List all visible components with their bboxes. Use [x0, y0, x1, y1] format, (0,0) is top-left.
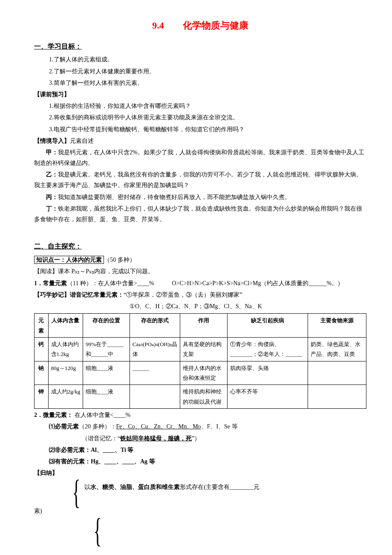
cell-def: ①青少年：佝偻病、________；②老年人：______: [227, 337, 308, 361]
jia-label: 甲：: [46, 149, 58, 156]
jia-text: 我是钙元素，在人体中只含2%。如果少了我，人就会得佝偻病和骨质疏松等病。我来源于…: [34, 149, 364, 166]
cell-def: 肌肉痉挛、头痛: [227, 361, 308, 385]
cell-role: 具有坚硬的结构支架: [180, 337, 228, 361]
intro-header-row: 【情境导入】元素自述: [34, 136, 366, 146]
cell-el: 钙: [35, 337, 49, 361]
cell-role: 维持人体内的水份和体液恒定: [180, 361, 228, 385]
yi-text: 我是碘元素。老钙兄，我虽然没有你的含量多，但我的功劳可不小。若少了我，人就会思维…: [34, 171, 362, 188]
mnemonic-row: 【巧学妙记】谐音记忆常量元素：“①羊探亲，②带蛋鱼，③（去）美丽刘娜家”: [34, 289, 366, 300]
cell-el: 钾: [35, 385, 49, 409]
preview-2: 2.将收集到的商标或说明书中人体所需元素主要功能及来源在全班交流。: [34, 112, 366, 123]
guina-row: 【归纳】: [34, 468, 366, 478]
ding-label: 丁：: [46, 205, 58, 212]
intro-yi: 乙：我是碘元素。老钙兄，我虽然没有你的含量多，但我的功劳可不小。若少了我，人就会…: [34, 169, 366, 191]
cell-amount: 80g～120g: [48, 361, 83, 385]
intro-ding: 丁：铁老弟我呢，虽然我比不上你们，但人体缺少了我，就会造成缺铁性贫血。你知道为什…: [34, 203, 366, 225]
bing-text: 我知道加碘盐要防潮、密封储存，待食物煮好后再放入，而不能把加碘盐放入锅中久煮。: [58, 194, 291, 200]
read-row: 【阅读】课本 P₉₂～P₉₃内容，完成以下问题。: [34, 266, 366, 277]
curly-brace-icon: {: [72, 479, 81, 505]
th-form: 存在的形式: [130, 314, 180, 338]
th-role: 作用: [180, 314, 228, 338]
cell-amount: 成人体内约含1.2kg: [48, 337, 83, 361]
weiliang-row: 2．微量元素： 在人体中含量<____%: [34, 410, 366, 420]
th-deficiency: 缺乏引起疾病: [227, 314, 308, 338]
table-row: 钾 成人约2g/kg 细胞____液 维持肌肉和神经的功能以及代谢 心率不齐等: [35, 385, 366, 409]
cell-src: 奶类、绿色蔬菜、水产品、肉类、豆类: [308, 337, 366, 361]
cell-role: 维持肌肉和神经的功能以及代谢: [180, 385, 228, 409]
item1-mn: （谐音记忆：“: [82, 435, 120, 442]
document-title: 9.4 化学物质与健康: [34, 17, 366, 34]
weiliang-text: 在人体中含量<____%: [73, 412, 130, 418]
preview-header: 【课前预习】: [34, 89, 366, 100]
table-header-row: 元素 人体内含量 存在的位置 存在的形式 作用 缺乏引起疾病 主要食物来源: [35, 314, 366, 338]
summary-line1-cont: 素): [34, 506, 366, 516]
mnemonic-head: 【巧学妙记】谐音记忆常量元素：: [34, 292, 124, 298]
summary-line1: 以水、糖类、油脂、蛋白质和维生素形式存在(主要含有________元: [84, 479, 366, 492]
table-row: 钙 成人体内约含1.2kg 99%在于______和______中 Ca₁₀(P…: [35, 337, 366, 361]
item2-text: ⑵非必需元素：Al、____、Ti 等: [49, 447, 133, 453]
s1a: 以: [84, 484, 90, 490]
elements-table: 元素 人体内含量 存在的位置 存在的形式 作用 缺乏引起疾病 主要食物来源 钙 …: [34, 313, 366, 409]
item1-list: Fe、Co、Cu、Zn、Cr、Mn、Mo: [116, 423, 201, 430]
preview-3: 3.电视广告中经常提到葡萄糖酸钙、葡萄糖酸锌等，你知道它们的作用吗？: [34, 124, 366, 135]
weiliang-item1-mnemonic: （谐音记忆：“铁姑同辛格猛母，服碘，死”）: [34, 433, 366, 444]
goal-2: 2.了解一些元素对人体健康的重要作用。: [34, 66, 366, 77]
cell-loc: 细胞____液: [83, 385, 130, 409]
item1-text: （20 多种）：: [79, 423, 116, 430]
cell-amount: 成人约2g/kg: [48, 385, 83, 409]
knowledge1-row: 知识点一：人体内的元素（50 多种）: [34, 254, 366, 265]
intro-bing: 丙：我知道加碘盐要防潮、密封储存，待食物煮好后再放入，而不能把加碘盐放入锅中久煮…: [34, 192, 366, 202]
mnemonic-line2: ①O、C、H；②Ca、N、P；③Mg、Cl、S、Na、K: [34, 301, 366, 312]
intro-header: 【情境导入】: [34, 138, 70, 144]
table-row: 钠 80g～120g 细胞____液 ______ 维持人体内的水份和体液恒定 …: [35, 361, 366, 385]
goal-3: 3.简单了解一些对人体有害的元素。: [34, 78, 366, 88]
cell-form: ______: [130, 361, 180, 385]
cell-src: [308, 385, 366, 409]
cell-form: [130, 385, 180, 409]
cell-src: [308, 361, 366, 385]
item3-text: ⑶有害的元素：Hg、____、____、Ag 等: [49, 458, 155, 465]
cell-form: Ca₁₀(PO₄)₆(OH)₂晶体: [130, 337, 180, 361]
cell-el: 钠: [35, 361, 49, 385]
mnemonic-quote: “①羊探亲，②带蛋鱼，③（去）美丽刘娜家”: [124, 292, 242, 298]
weiliang-label: 2．微量元素：: [34, 412, 73, 418]
item1-mn-end: ”）: [192, 435, 200, 442]
curly-brace-icon: {: [94, 517, 102, 543]
item1-mn-u: 铁姑同辛格猛母，服碘，死: [120, 435, 192, 442]
item1-rest: 、F、I、Se 等: [201, 423, 238, 430]
summary-row: { 以水、糖类、油脂、蛋白质和维生素形式存在(主要含有________元: [34, 479, 366, 505]
weiliang-item3: ⑶有害的元素：Hg、____、____、Ag 等: [34, 456, 366, 467]
weiliang-item1: ⑴必需元素（20 多种）：Fe、Co、Cu、Zn、Cr、Mn、Mo、F、I、Se…: [34, 421, 366, 432]
item1-label: ⑴必需元素: [49, 423, 79, 430]
intro-subtitle: 元素自述: [70, 138, 94, 144]
th-amount: 人体内含量: [48, 314, 83, 338]
th-location: 存在的位置: [83, 314, 130, 338]
changliang-row: 1．常量元素（11 种）：在人体中含量>____% O>C>H>N>Ca>P>K…: [34, 278, 366, 289]
cell-loc: 细胞____液: [83, 361, 130, 385]
bing-label: 丙：: [46, 194, 58, 200]
summary-row2: {: [34, 517, 366, 543]
weiliang-item2: ⑵非必需元素：Al、____、Ti 等: [34, 445, 366, 455]
guina-head: 【归纳】: [34, 470, 58, 476]
preview-header-text: 【课前预习】: [34, 91, 70, 98]
cell-def: 心率不齐等: [227, 385, 308, 409]
cell-loc: 99%在于______和______中: [83, 337, 130, 361]
knowledge1-title: 知识点一：人体内的元素: [34, 256, 104, 264]
s1b: 水、糖类、油脂、蛋白质和维生素: [90, 484, 180, 490]
ding-text: 铁老弟我呢，虽然我比不上你们，但人体缺少了我，就会造成缺铁性贫血。你知道为什么炒…: [34, 205, 362, 223]
section1-header: 一、学习目标：: [34, 40, 366, 53]
preview-1: 1.根据你的生活经验，你知道人体中含有哪些元素吗？: [34, 101, 366, 111]
knowledge1-note: （50 多种）: [104, 257, 135, 263]
th-source: 主要食物来源: [308, 314, 366, 338]
changliang-text: （11 种）：在人体中含量>____% O>C>H>N>Ca>P>K>S>Na>…: [67, 280, 343, 286]
changliang-label: 1．常量元素: [34, 280, 67, 286]
section2-header: 二、自主探究：: [34, 240, 366, 253]
th-element: 元素: [35, 314, 49, 338]
s1c: 形式存在(主要含有________元: [180, 484, 259, 490]
intro-jia: 甲：我是钙元素，在人体中只含2%。如果少了我，人就会得佝偻病和骨质疏松等病。我来…: [34, 147, 366, 168]
goal-1: 1.了解人体的元素组成。: [34, 54, 366, 65]
yi-label: 乙：: [46, 171, 58, 178]
